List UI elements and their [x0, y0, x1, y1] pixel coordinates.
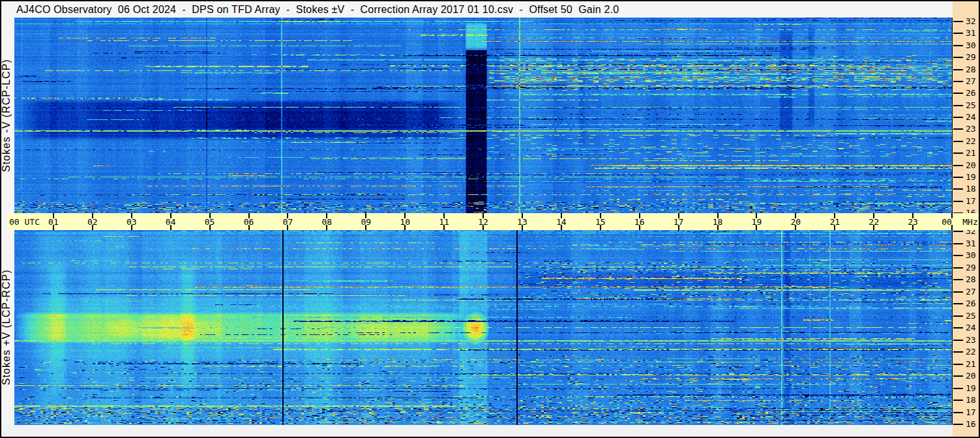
freq-tick-bottom [953, 327, 963, 328]
freq-tick-label-bottom: 20 [966, 371, 979, 381]
freq-tick-label-bottom: 17 [966, 407, 979, 418]
freq-tick-top [953, 93, 963, 94]
time-tick-label: 09 [361, 213, 371, 230]
time-tick-label: 23 [908, 213, 918, 230]
freq-tick-label-top: 31 [966, 28, 979, 38]
time-tick-label: 07 [283, 213, 293, 230]
freq-tick-bottom [953, 412, 963, 413]
freq-tick-top [953, 105, 963, 106]
freq-tick-label-top: 19 [966, 172, 979, 182]
freq-tick-bottom [953, 400, 963, 401]
bottom-margin [1, 425, 953, 437]
freq-tick-label-bottom: 27 [966, 287, 979, 297]
time-tick-label: 20 [791, 213, 801, 230]
freq-tick-label-bottom: 31 [966, 239, 979, 249]
time-tick-label: 19 [752, 213, 762, 230]
freq-tick-label-top: 25 [966, 100, 979, 111]
time-tick-label: 06 [244, 213, 254, 230]
time-tick-label: 14 [556, 213, 567, 230]
freq-tick-bottom [953, 303, 963, 304]
freq-tick-label-bottom: 23 [966, 335, 979, 345]
freq-tick-label-top: 27 [966, 76, 979, 87]
freq-tick-bottom [953, 291, 963, 293]
freq-tick-label-top: 28 [966, 65, 979, 75]
freq-tick-label-bottom: 30 [966, 250, 979, 261]
freq-tick-top [953, 81, 963, 82]
freq-tick-bottom [953, 340, 963, 341]
freq-tick-label-bottom: 24 [966, 323, 979, 333]
time-tick-label: 12 [478, 213, 488, 230]
time-tick-label: 05 [205, 213, 215, 230]
time-end-label: 00 [942, 213, 952, 230]
freq-tick-label-top: 32 [966, 16, 979, 27]
freq-tick-top [953, 57, 963, 58]
freq-tick-top [953, 165, 963, 166]
freq-tick-top [953, 177, 963, 178]
freq-tick-label-top: 24 [966, 112, 979, 123]
freq-tick-label-top: 30 [966, 40, 979, 51]
time-start-label: 00 UTC [9, 213, 40, 230]
time-tick-label: 15 [595, 213, 606, 230]
freq-tick-label-bottom: 28 [966, 274, 979, 285]
freq-tick-label-bottom: 16 [966, 419, 979, 430]
freq-tick-label-bottom: 19 [966, 383, 979, 394]
freq-tick-top [953, 188, 963, 190]
freq-tick-label-bottom: 22 [966, 347, 979, 357]
freq-tick-label-top: 22 [966, 136, 979, 147]
freq-tick-label-top: 21 [966, 148, 979, 158]
time-tick-label: 02 [87, 213, 98, 230]
time-tick-label: 08 [322, 213, 333, 230]
spectrogram-top-panel [14, 18, 952, 213]
freq-tick-top [953, 117, 963, 118]
freq-tick-bottom [953, 388, 963, 389]
freq-tick-label-bottom: 21 [966, 359, 979, 370]
time-tick-label: 13 [517, 213, 527, 230]
freq-tick-bottom [953, 351, 963, 353]
spectrograph-window: AJ4CO Observatory 06 Oct 2024 - DPS on T… [0, 0, 980, 438]
time-axis: 00 UTC0102030405060708091011121314151617… [8, 213, 979, 230]
freq-tick-label-top: 17 [966, 196, 979, 207]
freq-tick-bottom [953, 424, 963, 425]
time-tick-label: 03 [126, 213, 137, 230]
time-tick-label: 21 [829, 213, 840, 230]
freq-tick-label-top: 29 [966, 52, 979, 63]
freq-tick-top [953, 201, 963, 202]
time-tick-label: 10 [400, 213, 410, 230]
freq-tick-bottom [953, 243, 963, 244]
mhz-unit-label: MHz [962, 213, 977, 230]
freq-tick-bottom [953, 231, 963, 232]
freq-tick-bottom [953, 267, 963, 269]
time-tick-label: 17 [674, 213, 684, 230]
time-tick-label: 04 [166, 213, 176, 230]
time-tick-label: 22 [869, 213, 879, 230]
freq-tick-top [953, 69, 963, 70]
stokes-plus-v-label: Stokes +V (LCP-RCP) [0, 230, 13, 425]
freq-tick-bottom [953, 255, 963, 256]
freq-tick-label-bottom: 29 [966, 263, 979, 273]
freq-tick-top [953, 128, 963, 130]
freq-tick-top [953, 21, 963, 22]
freq-tick-label-top: 20 [966, 160, 979, 171]
time-tick-label: 01 [48, 213, 59, 230]
title-text: AJ4CO Observatory 06 Oct 2024 - DPS on T… [1, 4, 619, 16]
freq-tick-bottom [953, 279, 963, 280]
freq-tick-label-top: 23 [966, 124, 979, 134]
freq-tick-top [953, 153, 963, 154]
time-tick-label: 16 [634, 213, 645, 230]
freq-tick-label-top: 26 [966, 88, 979, 98]
freq-tick-label-bottom: 18 [966, 395, 979, 405]
title-bar: AJ4CO Observatory 06 Oct 2024 - DPS on T… [1, 1, 953, 18]
freq-tick-label-bottom: 25 [966, 311, 979, 321]
freq-tick-bottom [953, 315, 963, 317]
freq-tick-top [953, 33, 963, 34]
time-tick-label: 11 [439, 213, 449, 230]
freq-tick-top [953, 45, 963, 46]
freq-tick-label-bottom: 26 [966, 299, 979, 309]
spectrogram-bottom-panel [14, 230, 952, 425]
stokes-minus-v-label: Stokes -V (RCP-LCP) [0, 18, 13, 213]
freq-tick-bottom [953, 364, 963, 365]
freq-tick-label-top: 18 [966, 184, 979, 194]
time-tick-label: 18 [713, 213, 723, 230]
freq-tick-top [953, 141, 963, 142]
freq-tick-bottom [953, 375, 963, 377]
